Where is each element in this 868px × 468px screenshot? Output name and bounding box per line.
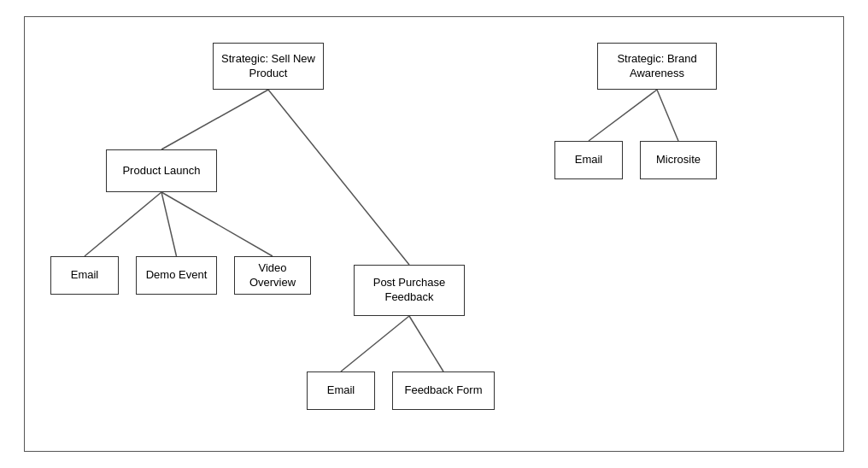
node-strategic_brand: Strategic: Brand Awareness [597,43,717,90]
node-post_purchase: Post Purchase Feedback [354,265,465,316]
node-email_launch: Email [50,256,119,295]
node-strategic_sell: Strategic: Sell New Product [213,43,324,90]
node-product_launch: Product Launch [106,149,217,192]
svg-line-2 [85,192,161,256]
node-email_brand: Email [554,141,623,179]
svg-line-1 [268,90,409,265]
svg-line-6 [409,316,443,371]
svg-line-0 [161,90,268,149]
svg-line-4 [161,192,273,256]
node-demo_event: Demo Event [136,256,217,295]
diagram-container: Strategic: Sell New ProductProduct Launc… [24,16,844,452]
node-microsite: Microsite [640,141,717,179]
svg-line-7 [589,90,657,141]
svg-line-3 [161,192,177,256]
node-video_overview: Video Overview [234,256,311,295]
svg-line-5 [341,316,409,371]
node-feedback_form: Feedback Form [392,371,495,410]
node-email_post: Email [307,371,375,410]
svg-line-8 [657,90,678,141]
